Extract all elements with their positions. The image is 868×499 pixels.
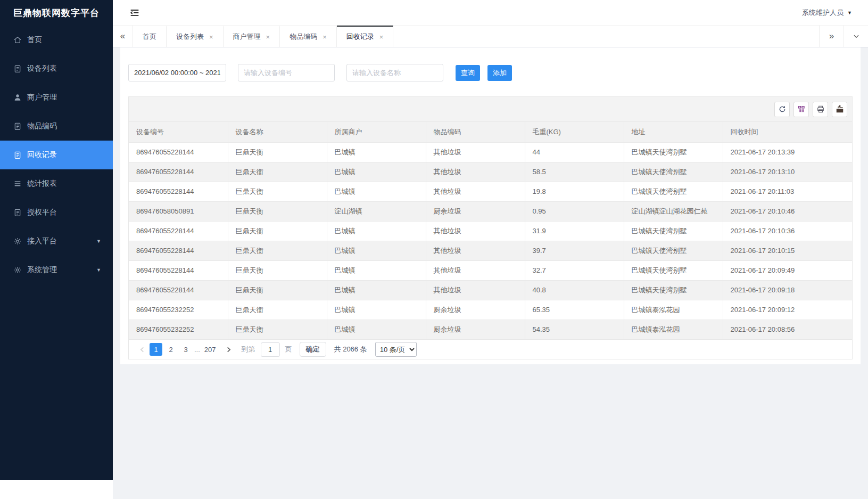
table-cell: 54.35	[525, 320, 624, 339]
sidebar-item-8[interactable]: 系统管理▼	[0, 256, 113, 284]
page-button-1[interactable]: 1	[150, 343, 162, 356]
table-cell: 巴城镇泰泓花园	[624, 300, 723, 320]
collapse-sidebar-icon[interactable]	[129, 7, 140, 19]
user-caret-icon: ▼	[847, 10, 852, 15]
gear-icon	[13, 237, 22, 246]
date-range-input[interactable]	[128, 64, 226, 81]
sidebar-item-label: 接入平台	[27, 236, 57, 246]
clipboard-icon	[13, 122, 22, 130]
table-cell: 巴城镇天使湾别墅	[624, 280, 723, 300]
table-cell: 巴城镇	[327, 221, 426, 241]
tab-2[interactable]: 商户管理×	[224, 26, 280, 47]
column-header: 毛重(KG)	[525, 122, 624, 142]
close-icon[interactable]: ×	[379, 34, 384, 40]
list-icon	[13, 179, 22, 188]
page-numbers: 123...207	[148, 343, 219, 356]
table-cell: 巨鼎天衡	[228, 142, 327, 162]
tabs-menu-icon[interactable]	[844, 26, 868, 47]
table-cell: 2021-06-17 20:11:03	[723, 182, 852, 201]
tab-label: 回收记录	[346, 32, 374, 42]
table-cell: 巨鼎天衡	[228, 201, 327, 221]
tab-label: 首页	[143, 32, 156, 42]
sidebar-item-0[interactable]: 首页	[0, 26, 113, 54]
table-row[interactable]: 869476055228144巨鼎天衡巴城镇其他垃圾39.7巴城镇天使湾别墅20…	[129, 241, 852, 260]
page-button-207[interactable]: 207	[202, 343, 218, 356]
table-cell: 淀山湖镇淀山湖花园仁苑	[624, 201, 723, 221]
sidebar-item-label: 授权平台	[27, 208, 57, 217]
tab-3[interactable]: 物品编码×	[280, 26, 337, 47]
goto-confirm-button[interactable]: 确定	[300, 342, 326, 357]
page-size-select[interactable]: 10 条/页	[375, 342, 417, 357]
device-name-input[interactable]	[346, 64, 443, 81]
table-cell: 869476055228144	[129, 162, 228, 182]
top-header: 系统维护人员 ▼	[113, 0, 868, 26]
goto-page-input[interactable]	[261, 342, 280, 357]
table-cell: 巴城镇	[327, 320, 426, 339]
table-cell: 其他垃圾	[426, 221, 525, 241]
sidebar-item-6[interactable]: 授权平台	[0, 198, 113, 227]
table-row[interactable]: 869476055232252巨鼎天衡巴城镇厨余垃圾54.35巴城镇泰泓花园20…	[129, 320, 852, 339]
table-cell: 869476055228144	[129, 260, 228, 280]
device-number-input[interactable]	[238, 64, 335, 81]
table-cell: 巨鼎天衡	[228, 241, 327, 260]
close-icon[interactable]: ×	[209, 34, 213, 40]
sidebar-item-4[interactable]: 回收记录	[0, 141, 113, 169]
next-page-icon[interactable]	[222, 343, 235, 356]
table-cell: 巴城镇天使湾别墅	[624, 241, 723, 260]
tabs-container: 首页设备列表×商户管理×物品编码×回收记录×	[133, 26, 393, 47]
filter-bar: 查询 添加	[128, 47, 853, 96]
tab-label: 物品编码	[290, 32, 317, 42]
clipboard-icon	[13, 208, 22, 217]
tab-0[interactable]: 首页	[133, 26, 167, 47]
table-cell: 厨余垃圾	[426, 201, 525, 221]
table-cell: 巨鼎天衡	[228, 182, 327, 201]
table-cell: 巴城镇泰泓花园	[624, 320, 723, 339]
sidebar-item-3[interactable]: 物品编码	[0, 112, 113, 141]
table-cell: 巨鼎天衡	[228, 280, 327, 300]
sidebar-item-7[interactable]: 接入平台▼	[0, 227, 113, 256]
table-row[interactable]: 869476055228144巨鼎天衡巴城镇其他垃圾40.8巴城镇天使湾别墅20…	[129, 280, 852, 300]
print-button[interactable]	[813, 102, 828, 117]
close-icon[interactable]: ×	[323, 34, 327, 40]
chevron-down-icon: ▼	[96, 267, 101, 273]
prev-page-icon[interactable]	[136, 343, 148, 356]
table-row[interactable]: 869476055232252巨鼎天衡巴城镇厨余垃圾65.35巴城镇泰泓花园20…	[129, 300, 852, 320]
tab-1[interactable]: 设备列表×	[167, 26, 224, 47]
table-row[interactable]: 869476055228144巨鼎天衡巴城镇其他垃圾44巴城镇天使湾别墅2021…	[129, 142, 852, 162]
user-menu[interactable]: 系统维护人员 ▼	[802, 8, 852, 18]
sidebar-item-5[interactable]: 统计报表	[0, 169, 113, 198]
home-icon	[13, 36, 22, 44]
sidebar-item-label: 首页	[27, 35, 42, 45]
sidebar-item-2[interactable]: 商户管理	[0, 83, 113, 112]
table-cell: 32.7	[525, 260, 624, 280]
records-table: 设备编号设备名称所属商户物品编码毛重(KG)地址回收时间 86947605522…	[129, 122, 852, 339]
close-icon[interactable]: ×	[266, 34, 270, 40]
search-button[interactable]: 查询	[456, 65, 480, 81]
columns-button[interactable]	[793, 102, 809, 117]
table-cell: 巴城镇天使湾别墅	[624, 182, 723, 201]
table-row[interactable]: 869476055228144巨鼎天衡巴城镇其他垃圾32.7巴城镇天使湾别墅20…	[129, 260, 852, 280]
table-cell: 869476055232252	[129, 320, 228, 339]
table-row[interactable]: 869476055228144巨鼎天衡巴城镇其他垃圾19.8巴城镇天使湾别墅20…	[129, 182, 852, 201]
table-cell: 40.8	[525, 280, 624, 300]
page-button-3[interactable]: 3	[179, 343, 192, 356]
table-cell: 其他垃圾	[426, 182, 525, 201]
tabs-scroll-right-icon[interactable]: »	[819, 26, 844, 47]
columns-icon	[797, 105, 806, 113]
table-cell: 巨鼎天衡	[228, 320, 327, 339]
export-button[interactable]	[832, 102, 847, 117]
table-cell: 巨鼎天衡	[228, 221, 327, 241]
tabs-scroll-left-icon[interactable]: «	[113, 26, 133, 47]
table-row[interactable]: 869476058050891巨鼎天衡淀山湖镇厨余垃圾0.95淀山湖镇淀山湖花园…	[129, 201, 852, 221]
table-row[interactable]: 869476055228144巨鼎天衡巴城镇其他垃圾58.5巴城镇天使湾别墅20…	[129, 162, 852, 182]
table-row[interactable]: 869476055228144巨鼎天衡巴城镇其他垃圾31.9巴城镇天使湾别墅20…	[129, 221, 852, 241]
total-count-label: 共 2066 条	[334, 345, 367, 354]
sidebar-item-1[interactable]: 设备列表	[0, 54, 113, 83]
page-button-2[interactable]: 2	[164, 343, 177, 356]
main-area: 系统维护人员 ▼ « 首页设备列表×商户管理×物品编码×回收记录× » 查询 添…	[113, 0, 868, 499]
refresh-button[interactable]	[774, 102, 790, 117]
tab-4[interactable]: 回收记录×	[337, 26, 394, 47]
table-cell: 巨鼎天衡	[228, 260, 327, 280]
add-button[interactable]: 添加	[487, 65, 512, 81]
table-cell: 巴城镇	[327, 300, 426, 320]
